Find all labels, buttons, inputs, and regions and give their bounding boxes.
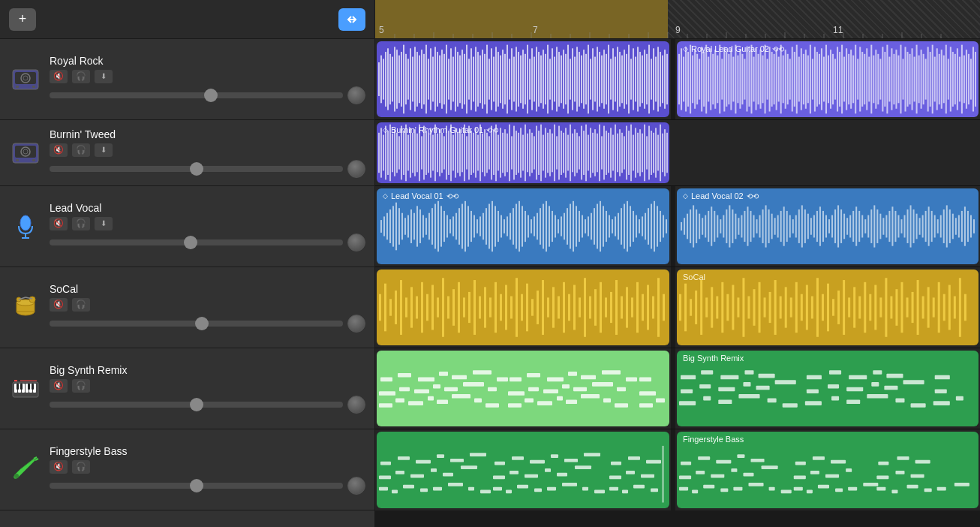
volume-knob-royal-rock[interactable] bbox=[347, 86, 365, 104]
waveform-royal-rock-1 bbox=[377, 41, 669, 117]
gap-socal bbox=[671, 267, 675, 348]
solo-button-big-synth-remix[interactable]: 🎧 bbox=[72, 379, 90, 393]
fader-thumb-socal[interactable] bbox=[195, 317, 209, 330]
clip-socal-1[interactable] bbox=[377, 270, 669, 345]
solo-button-socal[interactable]: 🎧 bbox=[72, 298, 90, 312]
svg-rect-606 bbox=[837, 205, 839, 247]
svg-rect-169 bbox=[606, 54, 607, 104]
fader-thumb-royal-rock[interactable] bbox=[204, 89, 218, 102]
svg-rect-183 bbox=[637, 47, 639, 111]
svg-rect-393 bbox=[522, 135, 524, 171]
svg-rect-524 bbox=[579, 211, 580, 242]
mute-button-big-synth-remix[interactable]: 🔇 bbox=[50, 379, 68, 393]
volume-knob-socal[interactable] bbox=[347, 315, 365, 333]
fader-track-royal-rock[interactable] bbox=[50, 92, 343, 98]
svg-rect-907 bbox=[679, 476, 691, 480]
svg-rect-547 bbox=[648, 208, 649, 245]
solo-button-fingerstyle-bass[interactable]: 🎧 bbox=[72, 460, 90, 474]
solo-button-royal-rock[interactable]: 🎧 bbox=[72, 70, 90, 83]
volume-knob-big-synth-remix[interactable] bbox=[347, 396, 365, 414]
svg-rect-654 bbox=[389, 299, 392, 315]
solo-button-burnin-tweed[interactable]: 🎧 bbox=[72, 143, 90, 157]
mute-button-fingerstyle-bass[interactable]: 🔇 bbox=[50, 460, 68, 474]
solo-button-lead-vocal[interactable]: 🎧 bbox=[72, 217, 90, 230]
clip-fingerstyle-bass-1[interactable] bbox=[377, 432, 669, 508]
svg-rect-345 bbox=[414, 129, 416, 176]
clip-big-synth-1[interactable] bbox=[377, 351, 669, 426]
svg-rect-658 bbox=[410, 287, 413, 327]
mute-button-lead-vocal[interactable]: 🔇 bbox=[50, 217, 68, 230]
svg-rect-589 bbox=[786, 211, 788, 242]
mute-button-socal[interactable]: 🔇 bbox=[50, 298, 68, 312]
svg-rect-410 bbox=[561, 131, 562, 175]
fader-thumb-fingerstyle-bass[interactable] bbox=[190, 479, 203, 492]
svg-rect-99 bbox=[448, 59, 449, 99]
svg-rect-877 bbox=[510, 471, 519, 474]
svg-rect-891 bbox=[651, 489, 658, 492]
clip-burnin-tweed-1[interactable]: ◇ Burnin' Rhythm Guitar 01 ⟲⟲ bbox=[377, 122, 669, 183]
svg-rect-720 bbox=[747, 297, 750, 319]
add-track-button[interactable]: + bbox=[9, 8, 36, 31]
mute-button-burnin-tweed[interactable]: 🔇 bbox=[50, 143, 68, 157]
svg-rect-198 bbox=[681, 48, 682, 110]
download-button-burnin-tweed[interactable]: ⬇ bbox=[95, 143, 113, 157]
clip-big-synth-2[interactable]: Big Synth Remix bbox=[677, 351, 978, 426]
clip-lead-vocal-2[interactable]: ◇ Lead Vocal 02 ⟲⟲ bbox=[677, 188, 978, 264]
svg-rect-92 bbox=[432, 57, 434, 102]
volume-knob-lead-vocal[interactable] bbox=[347, 233, 365, 251]
fader-thumb-burnin-tweed[interactable] bbox=[190, 162, 203, 176]
svg-rect-858 bbox=[410, 474, 424, 478]
svg-rect-357 bbox=[441, 133, 443, 173]
svg-rect-222 bbox=[735, 45, 736, 114]
svg-rect-110 bbox=[473, 57, 474, 102]
clip-fingerstyle-bass-2[interactable]: Fingerstyle Bass bbox=[677, 432, 978, 508]
fader-track-fingerstyle-bass[interactable] bbox=[50, 483, 343, 489]
fader-track-lead-vocal[interactable] bbox=[50, 239, 343, 245]
svg-rect-291 bbox=[891, 48, 892, 110]
svg-rect-611 bbox=[852, 211, 854, 242]
fader-thumb-lead-vocal[interactable] bbox=[184, 236, 197, 249]
clip-royal-rock-2[interactable]: ◇ Royal Lead Guitar 02 ⟲⟲ bbox=[677, 41, 978, 117]
fader-track-socal[interactable] bbox=[50, 321, 343, 327]
svg-rect-817 bbox=[699, 384, 711, 389]
download-button-lead-vocal[interactable]: ⬇ bbox=[95, 217, 113, 230]
svg-rect-732 bbox=[811, 297, 813, 319]
svg-rect-98 bbox=[446, 45, 447, 114]
fader-track-burnin-tweed[interactable] bbox=[50, 166, 343, 172]
svg-rect-505 bbox=[522, 206, 523, 246]
svg-rect-457 bbox=[666, 133, 668, 173]
snap-button[interactable] bbox=[338, 8, 365, 31]
svg-rect-464 bbox=[398, 208, 400, 245]
svg-rect-351 bbox=[428, 133, 429, 173]
svg-rect-602 bbox=[825, 215, 827, 238]
svg-rect-535 bbox=[612, 219, 613, 233]
svg-rect-468 bbox=[410, 209, 412, 243]
svg-rect-753 bbox=[922, 297, 924, 319]
svg-rect-793 bbox=[528, 387, 539, 392]
svg-rect-84 bbox=[414, 47, 416, 111]
svg-rect-205 bbox=[696, 54, 698, 104]
volume-knob-fingerstyle-bass[interactable] bbox=[347, 477, 365, 495]
svg-rect-249 bbox=[796, 45, 798, 114]
clip-socal-2[interactable]: SoCal bbox=[677, 270, 978, 345]
svg-rect-574 bbox=[741, 215, 742, 238]
svg-rect-85 bbox=[416, 52, 418, 107]
clip-lead-vocal-1[interactable]: ◇ Lead Vocal 01 ⟲⟲ bbox=[377, 188, 669, 264]
svg-rect-565 bbox=[714, 211, 715, 242]
volume-knob-burnin-tweed[interactable] bbox=[347, 160, 365, 178]
mute-button-royal-rock[interactable]: 🔇 bbox=[50, 70, 68, 83]
empty-burnin-tweed bbox=[671, 120, 980, 185]
download-button-royal-rock[interactable]: ⬇ bbox=[95, 70, 113, 83]
clip-royal-rock-1[interactable] bbox=[377, 41, 669, 117]
fader-thumb-big-synth-remix[interactable] bbox=[190, 398, 203, 411]
svg-rect-683 bbox=[542, 280, 544, 335]
svg-line-37 bbox=[34, 457, 37, 459]
svg-rect-604 bbox=[831, 215, 833, 238]
svg-rect-193 bbox=[660, 52, 661, 107]
svg-rect-257 bbox=[814, 47, 816, 111]
fader-track-big-synth-remix[interactable] bbox=[50, 402, 343, 408]
track-name-socal: SoCal bbox=[50, 283, 365, 295]
svg-rect-721 bbox=[753, 289, 756, 326]
svg-rect-554 bbox=[681, 222, 682, 230]
svg-rect-252 bbox=[803, 54, 804, 104]
